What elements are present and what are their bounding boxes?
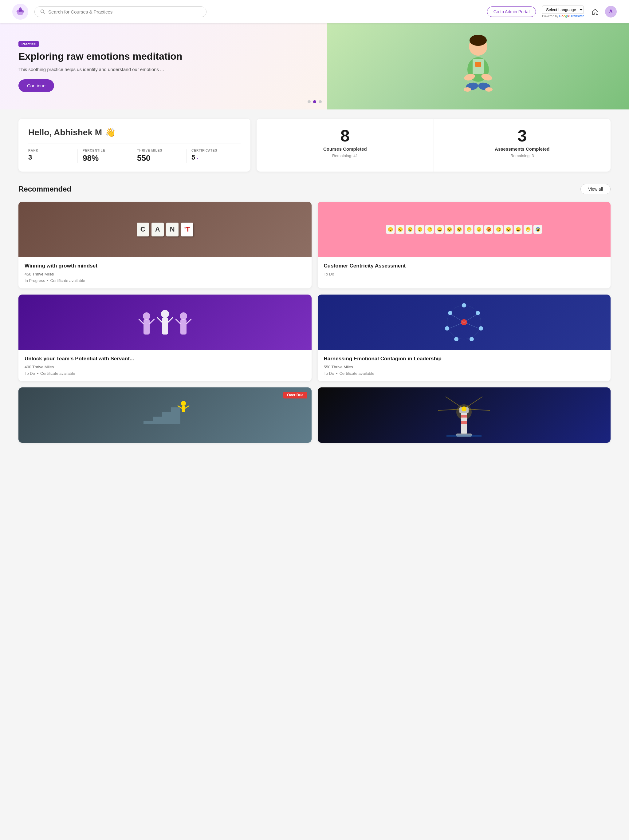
svg-line-41 (464, 322, 479, 328)
dot-2[interactable] (313, 100, 316, 103)
servant-leadership-illustration (137, 301, 193, 344)
assessments-completed-block: 3 Assessments Completed Remaining: 3 (434, 119, 610, 172)
practice-badge: Practice (19, 41, 39, 47)
svg-line-42 (452, 315, 464, 322)
course-card-5[interactable]: Over Due Course 5 (19, 387, 312, 443)
courses-completed-block: 8 Courses Completed Remaining: 41 (257, 119, 434, 172)
card-miles-3: 400 Thrive Miles (25, 365, 306, 369)
recommended-title: Recommended (19, 185, 71, 193)
hero-image-placeholder (327, 24, 629, 109)
card-title-2: Customer Centricity Assessment (324, 262, 605, 269)
assessments-label: Assessments Completed (444, 146, 601, 152)
svg-point-8 (470, 35, 487, 46)
card-image-4 (318, 295, 611, 350)
svg-point-4 (19, 7, 22, 12)
overdue-illustration-1 (137, 393, 193, 437)
svg-rect-49 (182, 406, 185, 412)
continue-button[interactable]: Continue (19, 79, 54, 92)
child-meditation-illustration (448, 30, 509, 103)
cant-t: 'T (181, 223, 193, 237)
course-card-2[interactable]: 😊 😠 😢 😲 😕 😄 😟 😣 😁 😞 😡 🙁 😦 😩 😬 😰 Customer… (318, 202, 611, 288)
main-header: Go to Admin Portal Select Language Power… (0, 0, 629, 24)
logo[interactable] (12, 4, 28, 20)
cant-c: C (137, 223, 149, 237)
wave-emoji: 👋 (105, 127, 116, 137)
courses-remaining: Remaining: 41 (266, 153, 423, 158)
home-button[interactable] (590, 7, 600, 17)
certificates-stat[interactable]: CERTIFICATES 5› (191, 149, 241, 163)
certificates-arrow: › (196, 156, 198, 161)
svg-rect-61 (461, 421, 467, 424)
svg-point-36 (454, 337, 459, 341)
rank-label: RANK (28, 149, 73, 152)
card-status-4: To Do Certificate available (324, 371, 605, 376)
rank-value: 3 (28, 153, 73, 161)
card-status-1: In Progress Certificate available (25, 278, 306, 283)
percentile-stat: PERCENTILE 98% (83, 149, 132, 163)
svg-rect-47 (171, 407, 180, 424)
svg-point-23 (161, 310, 169, 318)
svg-line-43 (449, 322, 464, 328)
powered-by-text: Powered by Google Translate (542, 14, 584, 18)
thrive-miles-stat: THRIVE MILES 550 (137, 149, 186, 163)
certificates-value: 5› (191, 153, 236, 161)
thrive-label: THRIVE MILES (137, 149, 181, 152)
svg-rect-60 (461, 415, 467, 418)
course-card-4[interactable]: Harnessing Emotional Contagion in Leader… (318, 295, 611, 381)
card-image-2: 😊 😠 😢 😲 😕 😄 😟 😣 😁 😞 😡 🙁 😦 😩 😬 😰 (318, 202, 611, 257)
nav-icons: A (590, 6, 617, 17)
lighthouse-illustration (436, 393, 492, 437)
svg-point-19 (143, 313, 150, 320)
course-card-1[interactable]: C A N 'T Winning with growth mindset 450… (19, 202, 312, 288)
svg-line-24 (157, 317, 162, 322)
search-bar[interactable] (35, 6, 207, 17)
view-all-button[interactable]: View all (580, 184, 610, 194)
greeting-title: Hello, Abhishek M 👋 (28, 127, 241, 137)
svg-rect-45 (153, 417, 162, 424)
dot-3[interactable] (318, 100, 322, 103)
svg-point-33 (476, 311, 480, 315)
assessments-number: 3 (444, 127, 601, 144)
hero-banner: Practice Exploring raw emotions meditati… (0, 24, 629, 109)
svg-line-21 (150, 319, 154, 324)
card-miles-4: 550 Thrive Miles (324, 365, 605, 369)
recommended-header: Recommended View all (19, 184, 610, 194)
svg-point-27 (180, 313, 187, 320)
svg-point-37 (445, 326, 449, 330)
card-image-5: Over Due (19, 387, 312, 443)
course-card-3[interactable]: Unlock your Team's Potential with Servan… (19, 295, 312, 381)
percentile-value: 98% (83, 153, 127, 163)
svg-line-53 (446, 396, 464, 409)
main-content: Hello, Abhishek M 👋 RANK 3 PERCENTILE 98… (0, 109, 629, 452)
search-icon (40, 9, 45, 14)
card-status-2: To Do (324, 272, 605, 276)
percentile-label: PERCENTILE (83, 149, 127, 152)
dot-1[interactable] (307, 100, 311, 103)
greeting-text: Hello, Abhishek M (28, 128, 102, 137)
svg-line-40 (464, 315, 476, 322)
search-input[interactable] (48, 9, 201, 14)
avatar[interactable]: A (605, 6, 617, 17)
svg-point-34 (479, 326, 483, 330)
svg-rect-22 (162, 317, 168, 335)
card-image-3 (19, 295, 312, 350)
svg-line-6 (44, 13, 45, 14)
hero-content: Practice Exploring raw emotions meditati… (0, 25, 201, 107)
user-stats-mini: RANK 3 PERCENTILE 98% THRIVE MILES 550 C… (28, 144, 241, 163)
home-icon (591, 8, 599, 15)
course-card-6[interactable]: Course 6 (318, 387, 611, 443)
logo-icon (12, 4, 28, 20)
card-body-2: Customer Centricity Assessment To Do (318, 257, 611, 282)
language-select[interactable]: Select Language (542, 6, 584, 14)
svg-line-29 (186, 319, 191, 324)
svg-point-15 (464, 87, 471, 92)
stats-row: Hello, Abhishek M 👋 RANK 3 PERCENTILE 98… (19, 119, 610, 172)
admin-portal-button[interactable]: Go to Admin Portal (487, 6, 536, 17)
card-title-3: Unlock your Team's Potential with Servan… (25, 355, 306, 362)
certificates-label: CERTIFICATES (191, 149, 236, 152)
card-title-4: Harnessing Emotional Contagion in Leader… (324, 355, 605, 362)
svg-rect-18 (143, 319, 150, 335)
svg-rect-26 (180, 319, 186, 335)
carousel-dots (307, 100, 322, 103)
card-body-4: Harnessing Emotional Contagion in Leader… (318, 350, 611, 381)
